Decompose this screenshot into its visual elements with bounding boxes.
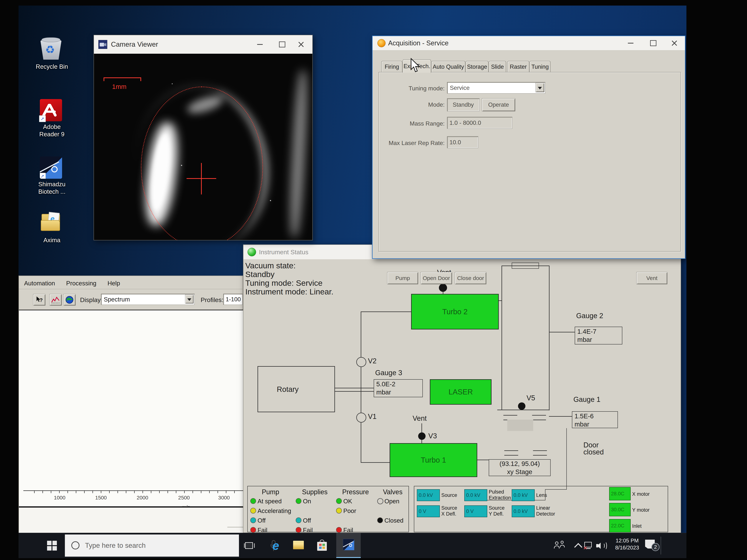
- taskbar-search-box[interactable]: Type here to search: [65, 534, 239, 557]
- door-line: [566, 428, 567, 489]
- max-laser-rep-rate-field[interactable]: 10.0: [447, 136, 478, 148]
- tab-tuning[interactable]: Tuning: [530, 61, 550, 73]
- laser-box: LASER: [430, 379, 491, 405]
- trace-display-button[interactable]: [49, 294, 62, 305]
- task-view-button[interactable]: [243, 540, 257, 551]
- tuning-mode-line: Tuning mode: Service: [245, 278, 323, 288]
- status-dot-green: [336, 498, 342, 504]
- v3-label: V3: [428, 432, 437, 440]
- pipe: [335, 388, 374, 388]
- readout-label: X Defl.: [441, 511, 456, 517]
- menu-help[interactable]: Help: [107, 280, 120, 287]
- pulsed-extraction-kv-readout: 0.0 kV: [464, 489, 487, 501]
- readout-label: Source: [441, 505, 457, 511]
- tab-storage[interactable]: Storage: [466, 61, 489, 73]
- legend-item-label: On: [303, 498, 311, 505]
- tab-raster[interactable]: Raster: [507, 61, 529, 73]
- ion-optics-watermark: [507, 420, 533, 431]
- display-combo[interactable]: Spectrum: [101, 294, 195, 305]
- tuning-mode-combo-arrow[interactable]: [535, 83, 544, 92]
- monitor-screen: ♻ Recycle Bin ➚ Adobe Reader 9 ➚ Shimadz…: [19, 5, 687, 558]
- tab-firing[interactable]: Firing: [381, 61, 403, 73]
- pipe: [421, 440, 422, 443]
- scale-bar: [104, 77, 141, 81]
- gauge2-value: 1.4E-7: [577, 327, 596, 336]
- tuning-mode-value: Service: [450, 84, 470, 91]
- tab-label: Slide: [491, 63, 504, 70]
- context-help-button[interactable]: ?: [33, 294, 45, 305]
- readout-label: Detector: [536, 511, 555, 517]
- camera-viewer-titlebar[interactable]: Camera Viewer: [94, 35, 312, 54]
- mass-range-value: 1.0 - 8000.0: [449, 119, 481, 126]
- desktop-icon-label: Shimadzu: [26, 181, 78, 188]
- vent-button[interactable]: Vent: [636, 272, 667, 284]
- desktop-icon-label: Reader 9: [26, 131, 78, 138]
- spectrum-plot-area[interactable]: 1000 1500 2000 2500 3000 m/z: [19, 310, 243, 506]
- start-button[interactable]: [46, 540, 57, 551]
- v1-valve-open: [356, 412, 366, 423]
- taskbar-edge-button[interactable]: e: [268, 538, 283, 553]
- tray-network-icon[interactable]: ✕: [583, 541, 594, 551]
- desktop-icon-adobe-reader[interactable]: ➚ Adobe Reader 9: [26, 97, 78, 151]
- vacuum-state-label: Vacuum state:: [245, 261, 296, 270]
- tuning-mode-combo[interactable]: Service: [447, 82, 545, 94]
- desktop-icon-shimadzu-biotech[interactable]: ➚ Shimadzu Biotech ...: [26, 155, 78, 210]
- tab-slide[interactable]: Slide: [489, 61, 506, 73]
- status-dot-red: [250, 527, 256, 533]
- mode-label: Mode:: [426, 101, 445, 108]
- tray-clock[interactable]: 12:05 PM 8/16/2023: [608, 537, 647, 554]
- legend-item-label: OK: [343, 498, 352, 505]
- tray-speaker-icon[interactable]: [596, 541, 608, 551]
- globe-view-button[interactable]: [63, 294, 76, 305]
- mass-range-field[interactable]: 1.0 - 8000.0: [447, 117, 512, 129]
- tray-chevron-up-icon[interactable]: [572, 542, 582, 550]
- mass-range-label: Mass Range:: [407, 120, 445, 127]
- gauge2-unit: mbar: [577, 336, 592, 344]
- operate-button[interactable]: Operate: [482, 98, 515, 111]
- menu-automation[interactable]: Automation: [24, 280, 55, 287]
- pump-button[interactable]: Pump: [387, 272, 418, 284]
- tab-label: Storage: [467, 63, 487, 70]
- tray-people-icon[interactable]: [554, 541, 566, 550]
- instrument-status-body: Vacuum state: Standby Tuning mode: Servi…: [243, 259, 681, 533]
- desktop-icon-axima[interactable]: e Axima: [26, 210, 78, 249]
- gauge3-unit: mbar: [376, 388, 391, 396]
- tab-auto-quality[interactable]: Auto Quality: [431, 61, 465, 73]
- ion-optics-line: [533, 455, 547, 456]
- taskbar-active-app-shimadzu[interactable]: [336, 533, 361, 558]
- close-door-button[interactable]: Close door: [455, 272, 486, 284]
- desktop-icon-recycle-bin[interactable]: ♻ Recycle Bin: [26, 35, 78, 80]
- minimize-button[interactable]: [623, 36, 639, 50]
- legend-header-pressure: Pressure: [342, 488, 369, 496]
- acquisition-titlebar[interactable]: Acquisition - Service: [372, 36, 685, 50]
- legend-item-label: Off: [303, 517, 311, 524]
- maximize-button[interactable]: [645, 36, 661, 50]
- maximize-button[interactable]: [274, 35, 290, 54]
- open-door-button[interactable]: Open Door: [420, 272, 452, 284]
- profiles-field[interactable]: 1-100: [223, 294, 242, 305]
- show-desktop-divider[interactable]: [661, 537, 661, 555]
- start-icon: [47, 541, 52, 545]
- camera-image[interactable]: 1mm: [94, 54, 312, 240]
- close-button[interactable]: [293, 35, 309, 54]
- shimadzu-biotech-icon: ➚: [40, 157, 62, 179]
- mouse-cursor: [410, 58, 421, 74]
- standby-button[interactable]: Standby: [447, 98, 480, 111]
- legend-item-label: Poor: [343, 507, 356, 514]
- taskbar-store-button[interactable]: [315, 538, 329, 553]
- tray-notification-button[interactable]: 2: [644, 538, 660, 553]
- scale-bar-label: 1mm: [112, 83, 127, 90]
- x-axis-tick-label: 1000: [49, 495, 71, 501]
- pipe: [497, 410, 549, 410]
- target-circle: [141, 86, 263, 240]
- tab-page-panel: Tuning mode: Service Mode: Standby Opera…: [379, 72, 681, 252]
- taskbar-file-explorer-button[interactable]: [291, 539, 306, 552]
- display-combo-arrow[interactable]: [185, 295, 194, 303]
- status-dot-green: [250, 498, 256, 504]
- close-button[interactable]: [666, 36, 682, 50]
- vent-label: Vent: [646, 275, 657, 281]
- menu-processing[interactable]: Processing: [66, 280, 96, 287]
- minimize-button[interactable]: [252, 35, 268, 54]
- acquisition-app-icon: [378, 39, 386, 47]
- inlet-temp-readout: 22.0C: [609, 519, 630, 532]
